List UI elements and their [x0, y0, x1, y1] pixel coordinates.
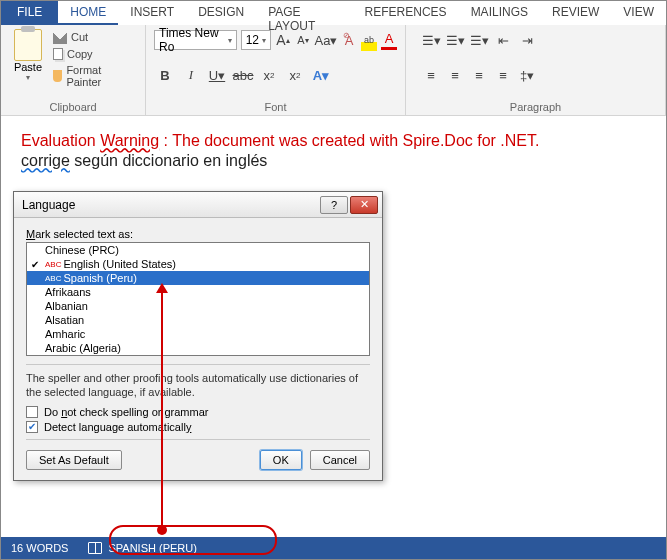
bullets-button[interactable]: ☰▾: [420, 29, 442, 51]
line-spacing-button[interactable]: ‡▾: [516, 64, 538, 86]
cancel-button[interactable]: Cancel: [310, 450, 370, 470]
font-color-button[interactable]: A: [381, 31, 397, 50]
justify-button[interactable]: ≡: [492, 64, 514, 86]
ribbon-tabs: FILE HOME INSERT DESIGN PAGE LAYOUT REFE…: [1, 1, 666, 25]
tab-page-layout[interactable]: PAGE LAYOUT: [256, 1, 352, 25]
set-default-button[interactable]: Set As Default: [26, 450, 122, 470]
grow-font-button[interactable]: A▴: [275, 29, 291, 51]
list-item[interactable]: Amharic: [27, 327, 369, 341]
italic-button[interactable]: I: [180, 64, 202, 86]
tab-references[interactable]: REFERENCES: [353, 1, 459, 25]
format-painter-button[interactable]: Format Painter: [51, 63, 137, 89]
copy-icon: [53, 48, 63, 60]
list-item[interactable]: Arabic (Algeria): [27, 341, 369, 355]
book-icon: [88, 542, 102, 554]
underline-button[interactable]: U▾: [206, 64, 228, 86]
superscript-button[interactable]: x2: [284, 64, 306, 86]
language-dialog: Language ? ✕ Mark selected text as: Chin…: [13, 191, 383, 481]
dialog-title: Language: [22, 198, 75, 212]
paste-label: Paste: [14, 61, 42, 73]
mark-text-label: Mark selected text as:: [26, 228, 370, 240]
status-bar: 16 WORDS SPANISH (PERU): [1, 537, 666, 559]
document-line: corrige según diccionario en inglés: [21, 152, 646, 170]
word-count[interactable]: 16 WORDS: [11, 542, 68, 554]
tab-insert[interactable]: INSERT: [118, 1, 186, 25]
dialog-titlebar[interactable]: Language ? ✕: [14, 192, 382, 218]
tab-design[interactable]: DESIGN: [186, 1, 256, 25]
dialog-description: The speller and other proofing tools aut…: [26, 371, 370, 400]
change-case-button[interactable]: Aa▾: [315, 29, 337, 51]
list-item[interactable]: Albanian: [27, 299, 369, 313]
highlight-button[interactable]: ab: [361, 29, 377, 51]
strike-button[interactable]: abc: [232, 64, 254, 86]
no-check-checkbox[interactable]: Do not check spelling or grammar: [26, 406, 370, 418]
outdent-button[interactable]: ⇤: [492, 29, 514, 51]
spellcheck-icon: ABC: [45, 260, 61, 269]
spellcheck-icon: ABC: [45, 274, 61, 283]
paste-icon: [14, 29, 42, 61]
multilevel-button[interactable]: ☰▾: [468, 29, 490, 51]
paste-button[interactable]: Paste ▾: [9, 29, 47, 89]
tab-mailings[interactable]: MAILINGS: [459, 1, 540, 25]
list-item[interactable]: ✔ABCEnglish (United States): [27, 257, 369, 271]
align-left-button[interactable]: ≡: [420, 64, 442, 86]
tab-home[interactable]: HOME: [58, 1, 118, 25]
text-effects-button[interactable]: A▾: [310, 64, 332, 86]
group-clipboard: Paste ▾ Cut Copy Format Painter Clipboar…: [1, 25, 146, 115]
ok-button[interactable]: OK: [260, 450, 302, 470]
font-family-combo[interactable]: Times New Ro▾: [154, 30, 237, 50]
subscript-button[interactable]: x2: [258, 64, 280, 86]
dialog-close-button[interactable]: ✕: [350, 196, 378, 214]
group-font: Times New Ro▾ 12▾ A▴ A▾ Aa▾ A⊘ ab A B I …: [146, 25, 406, 115]
copy-button[interactable]: Copy: [51, 47, 137, 61]
tab-file[interactable]: FILE: [1, 1, 58, 25]
shrink-font-button[interactable]: A▾: [295, 29, 311, 51]
checkbox-icon: ✔: [26, 421, 38, 433]
numbering-button[interactable]: ☰▾: [444, 29, 466, 51]
language-listbox[interactable]: Chinese (PRC) ✔ABCEnglish (United States…: [26, 242, 370, 356]
cut-icon: [53, 30, 67, 44]
align-center-button[interactable]: ≡: [444, 64, 466, 86]
align-right-button[interactable]: ≡: [468, 64, 490, 86]
tab-view[interactable]: VIEW: [611, 1, 666, 25]
font-size-combo[interactable]: 12▾: [241, 30, 271, 50]
checkbox-icon: [26, 406, 38, 418]
annotation-arrow-line: [161, 290, 163, 530]
ribbon: Paste ▾ Cut Copy Format Painter Clipboar…: [1, 25, 666, 116]
list-item[interactable]: Alsatian: [27, 313, 369, 327]
group-label-paragraph: Paragraph: [414, 99, 657, 113]
clear-format-button[interactable]: A⊘: [341, 29, 357, 51]
detect-auto-checkbox[interactable]: ✔ Detect language automatically: [26, 421, 370, 433]
group-label-clipboard: Clipboard: [9, 99, 137, 113]
tab-review[interactable]: REVIEW: [540, 1, 611, 25]
brush-icon: [53, 70, 62, 82]
language-status[interactable]: SPANISH (PERU): [88, 542, 196, 554]
group-label-font: Font: [154, 99, 397, 113]
group-paragraph: ☰▾ ☰▾ ☰▾ ⇤ ⇥ ≡ ≡ ≡ ≡ ‡▾ Paragraph: [406, 25, 666, 115]
evaluation-warning: Evaluation Warning : The document was cr…: [21, 132, 646, 150]
cut-button[interactable]: Cut: [51, 29, 137, 45]
list-item[interactable]: Chinese (PRC): [27, 243, 369, 257]
indent-button[interactable]: ⇥: [516, 29, 538, 51]
dialog-help-button[interactable]: ?: [320, 196, 348, 214]
chevron-down-icon: ▾: [26, 73, 30, 82]
bold-button[interactable]: B: [154, 64, 176, 86]
annotation-arrow-dot: [157, 525, 167, 535]
list-item[interactable]: Afrikaans: [27, 285, 369, 299]
list-item-selected[interactable]: ABCSpanish (Peru): [27, 271, 369, 285]
